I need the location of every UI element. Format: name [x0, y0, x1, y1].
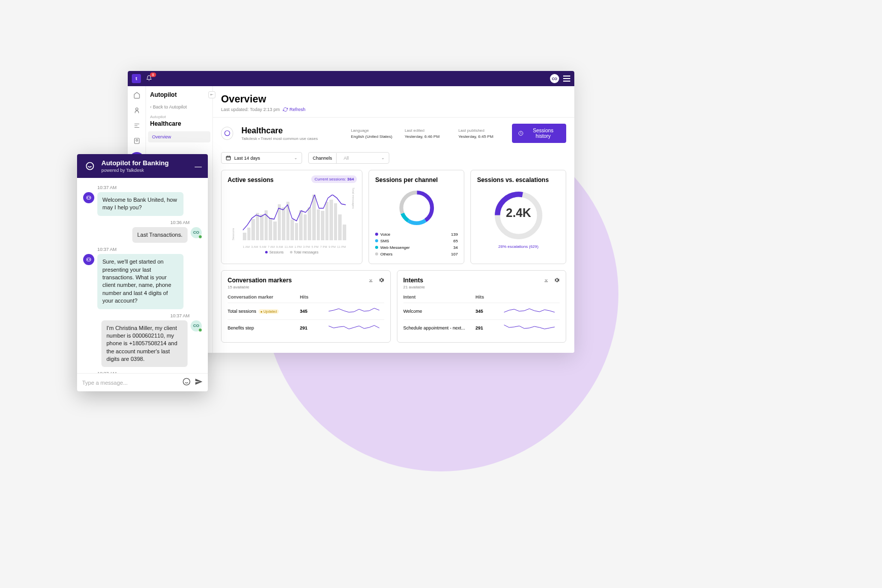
sessions-vs-escalations-card: Sessions vs. escalations 2.4K 28% escala… [470, 170, 566, 264]
active-sessions-chart: Sessions Total messages 1 AM3 AM5 AM7 AM… [228, 188, 356, 248]
last-updated: Last updated: Today 2:13 pm [221, 107, 280, 112]
sidebar-title: Autopilot [150, 91, 208, 98]
lastpub-value: Yesterday, 6:45 PM [458, 134, 504, 139]
info-subtitle: Talkdesk • Travel most common use cases [241, 136, 343, 141]
svg-point-15 [87, 259, 88, 260]
svg-point-2 [136, 139, 138, 141]
markers-sub: 15 available [228, 285, 384, 289]
date-range-select[interactable]: Last 14 days ⌄ [221, 152, 302, 164]
chat-logo-icon [83, 160, 96, 173]
user-message: Last Transactions. [132, 227, 188, 243]
chat-header: Autopilot for Banking powered by Talkdes… [77, 154, 208, 178]
lastedited-value: Yesterday, 6:46 PM [405, 134, 450, 139]
card-title: Intents [403, 277, 423, 284]
main-content: Overview Last updated: Today 2:13 pm Ref… [213, 86, 574, 353]
send-icon[interactable] [195, 378, 203, 387]
collapse-sidebar-button[interactable]: ⇤ [208, 91, 215, 98]
card-title: Conversation markers [228, 277, 292, 284]
conversation-markers-card: Conversation markers 15 available Conver… [221, 270, 391, 343]
escalation-sub: 28% escalations (629) [498, 244, 538, 249]
sidebar-sublabel: Autopilot [150, 115, 208, 119]
language-value: English (United States) [351, 134, 396, 139]
user-message: I'm Christina Miller, my client number i… [101, 320, 188, 368]
svg-point-16 [89, 259, 90, 260]
svg-point-12 [87, 197, 88, 198]
notifications-bell[interactable]: 8 [146, 75, 152, 83]
app-logo[interactable]: t [132, 74, 141, 83]
table-row[interactable]: Welcome 345 [403, 303, 560, 319]
svg-point-13 [89, 197, 90, 198]
bot-message: Sure, we'll get started on presenting yo… [97, 254, 183, 309]
lastedited-label: Last edited [405, 128, 450, 133]
timestamp: 10:37 AM [97, 185, 202, 190]
lastpub-label: Last published [458, 128, 504, 133]
timestamp: 10:36 AM [83, 220, 190, 225]
chat-input-bar [77, 373, 208, 391]
user-avatar[interactable]: CO [550, 74, 559, 83]
svg-text:2.4K: 2.4K [506, 206, 531, 219]
emoji-icon[interactable] [182, 378, 191, 387]
notification-badge: 8 [150, 72, 156, 77]
bot-avatar-icon [83, 192, 94, 203]
escalation-gauge: 2.4K [491, 188, 546, 243]
timestamp: 10:37 AM [97, 247, 202, 252]
sessions-history-button[interactable]: Sessions history [512, 124, 566, 143]
refresh-button[interactable]: Refresh [283, 107, 306, 112]
svg-point-0 [135, 108, 138, 111]
svg-rect-4 [226, 156, 230, 160]
card-title: Sessions per channel [375, 176, 458, 183]
gear-icon[interactable] [554, 277, 560, 284]
active-sessions-card: Active sessions Current sessions: 364 Se… [221, 170, 362, 264]
contact-icon[interactable] [133, 137, 141, 145]
language-label: Language [351, 128, 396, 133]
page-title: Overview [221, 93, 566, 105]
table-row[interactable]: Total sessions ● Updated 345 [228, 303, 384, 319]
download-icon[interactable] [368, 277, 374, 284]
calendar-icon [226, 155, 231, 161]
minimize-button[interactable]: — [195, 162, 202, 170]
intents-sub: 21 available [403, 285, 560, 289]
chat-messages[interactable]: 10:37 AM Welcome to Bank United, how may… [77, 178, 208, 373]
chevron-down-icon: ⌄ [294, 156, 298, 160]
info-title: Healthcare [241, 126, 343, 135]
bot-avatar-icon [83, 254, 94, 265]
card-title: Sessions vs. escalations [477, 176, 560, 183]
download-icon[interactable] [543, 277, 549, 284]
user-avatar: CO [191, 227, 202, 238]
chat-widget: Autopilot for Banking powered by Talkdes… [77, 154, 208, 391]
message-input[interactable] [82, 380, 178, 386]
current-sessions-pill: Current sessions: 364 [311, 175, 357, 183]
chat-title: Autopilot for Banking [101, 159, 190, 167]
top-bar: t 8 CO [128, 71, 574, 86]
agent-icon[interactable] [133, 106, 141, 115]
user-avatar: CO [191, 320, 202, 332]
settings-icon[interactable] [133, 122, 141, 130]
chat-subtitle: powered by Talkdesk [101, 168, 190, 173]
menu-icon[interactable] [563, 76, 570, 82]
bot-message: Welcome to Bank United, how may I help y… [97, 192, 183, 216]
table-row[interactable]: Benefits step 291 [228, 319, 384, 336]
channels-select[interactable]: Channels All ⌄ [308, 152, 389, 164]
sessions-per-channel-card: Sessions per channel Voice139SMS65Web Me… [369, 170, 464, 264]
back-link[interactable]: ‹ Back to Autopilot [150, 104, 208, 109]
gear-icon[interactable] [379, 277, 384, 284]
info-chat-icon [221, 127, 233, 140]
intents-card: Intents 21 available IntentHits Welcome … [397, 270, 567, 343]
chevron-down-icon: ⌄ [381, 156, 389, 160]
sidebar-item-overview[interactable]: Overview [148, 131, 210, 142]
timestamp: 10:37 AM [83, 313, 190, 318]
channel-donut-chart [396, 188, 437, 228]
table-row[interactable]: Schedule appointment - next... 291 [403, 319, 560, 336]
home-icon[interactable] [133, 91, 141, 99]
sidebar-heading: Healthcare [150, 120, 208, 127]
svg-point-21 [183, 378, 190, 385]
